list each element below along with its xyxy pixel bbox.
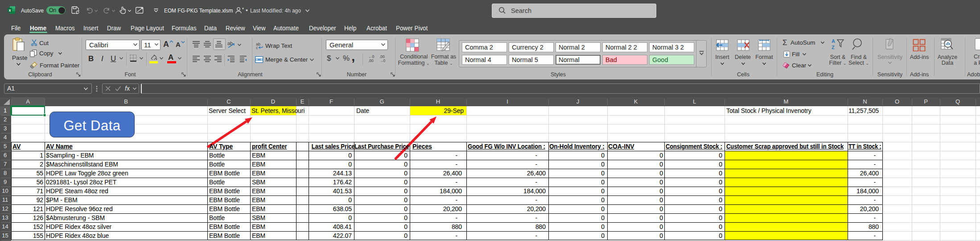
svg-text:c: c <box>256 46 258 49</box>
svg-text:A: A <box>832 38 835 44</box>
svg-text:.00: .00 <box>368 58 374 62</box>
svg-text:→0: →0 <box>379 58 386 62</box>
svg-text:Z: Z <box>832 45 835 50</box>
svg-text:x: x <box>8 8 11 12</box>
